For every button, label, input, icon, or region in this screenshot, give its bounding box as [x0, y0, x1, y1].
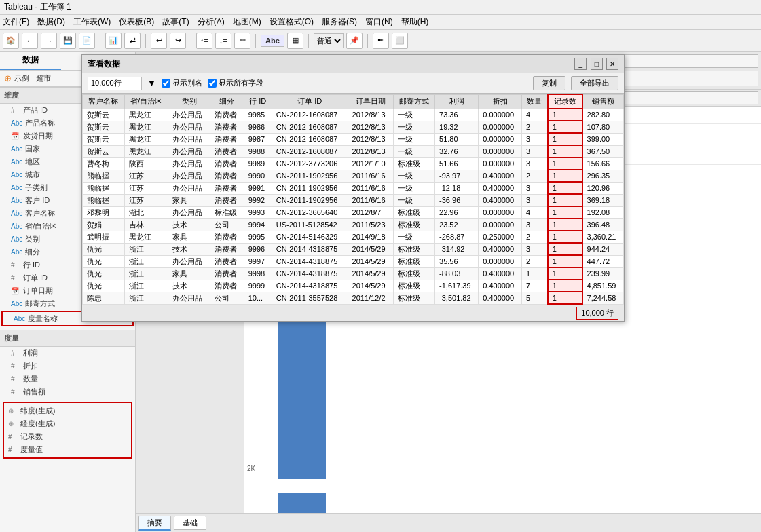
- hash-icon3: #: [11, 274, 20, 282]
- sort-asc-button[interactable]: ↑=: [196, 33, 212, 49]
- bottom-tabs: 摘要 基础: [136, 513, 761, 532]
- abc-icon7: Abc: [11, 210, 22, 217]
- menu-window[interactable]: 窗口(N): [365, 16, 393, 28]
- maximize-button[interactable]: □: [591, 58, 603, 70]
- show-alias-checkbox[interactable]: [162, 79, 170, 88]
- abc-button[interactable]: Abc: [261, 35, 284, 47]
- menu-format[interactable]: 设置格式(O): [270, 16, 314, 28]
- table-row: 熊临握江苏家具消费者9992CN-2011-19029562011/6/16一级…: [83, 194, 624, 206]
- home-button[interactable]: 🏠: [3, 33, 19, 49]
- divider: [0, 328, 135, 328]
- table-cell: 浙江: [124, 267, 168, 280]
- table-cell: 消费者: [210, 121, 244, 133]
- field-quantity[interactable]: # 数量: [0, 373, 135, 385]
- dv-title: 查看数据: [88, 58, 120, 70]
- field-discount[interactable]: # 折扣: [0, 360, 135, 373]
- field-longitude[interactable]: ⊕ 经度(生成): [5, 417, 130, 430]
- undo-button[interactable]: ↩: [151, 33, 167, 49]
- hash-icon9: #: [8, 446, 18, 453]
- copy-button[interactable]: 复制: [533, 76, 565, 90]
- menu-server[interactable]: 服务器(S): [322, 16, 357, 28]
- rows-dropdown-btn[interactable]: ▼: [147, 78, 156, 88]
- save-button[interactable]: 💾: [60, 33, 76, 49]
- table-cell: 一级: [393, 121, 435, 133]
- hash-icon5: #: [11, 362, 20, 370]
- field-latitude[interactable]: ⊕ 纬度(生成): [5, 404, 130, 417]
- new-datasource-button[interactable]: 📄: [79, 33, 95, 49]
- redo-button[interactable]: ↪: [170, 33, 186, 49]
- table-cell: 消费者: [210, 267, 244, 280]
- pin-button[interactable]: 📌: [346, 33, 363, 49]
- table-cell: 35.56: [435, 255, 479, 267]
- menu-worksheet[interactable]: 工作表(W): [73, 16, 111, 28]
- rows-input[interactable]: [88, 77, 142, 90]
- menu-analysis[interactable]: 分析(A): [198, 16, 225, 28]
- menu-bar: 文件(F) 数据(D) 工作表(W) 仪表板(B) 故事(T) 分析(A) 地图…: [0, 15, 761, 30]
- abc-icon9: Abc: [11, 235, 22, 243]
- table-cell: 1: [548, 218, 582, 231]
- table-cell: 0.000000: [479, 206, 522, 218]
- table-cell: -314.92: [435, 243, 479, 255]
- table-cell: 2012/8/13: [348, 145, 393, 157]
- abc-icon12: Abc: [14, 315, 25, 322]
- menu-data[interactable]: 数据(D): [37, 16, 65, 28]
- export-button[interactable]: 全部导出: [571, 76, 618, 90]
- field-measure-values[interactable]: # 度量值: [5, 443, 130, 456]
- menu-story[interactable]: 故事(T): [162, 16, 189, 28]
- dv-table-container[interactable]: 客户名称 省/自治区 类别 细分 行 ID 订单 ID 订单日期 邮寄方式 利润…: [82, 94, 624, 305]
- menu-dashboard[interactable]: 仪表板(B): [119, 16, 154, 28]
- table-cell: 1: [548, 157, 582, 170]
- table-cell: 1: [548, 145, 582, 157]
- table-cell: 1: [548, 182, 582, 194]
- view-select[interactable]: 普通: [314, 33, 344, 48]
- table-cell: 1: [548, 206, 582, 218]
- table-cell: 一级: [393, 109, 435, 121]
- table-cell: 标准级: [210, 206, 244, 218]
- table-cell: 944.24: [582, 243, 624, 255]
- sort-desc-button[interactable]: ↓=: [215, 33, 231, 49]
- field-sales[interactable]: # 销售额: [0, 385, 135, 398]
- close-button[interactable]: ✕: [606, 58, 618, 70]
- chart-button[interactable]: 📊: [105, 33, 122, 49]
- abc-icon6: Abc: [11, 197, 22, 204]
- table-cell: 2: [521, 231, 547, 243]
- menu-file[interactable]: 文件(F): [3, 16, 29, 28]
- table-cell: CN-2012-3665640: [272, 206, 348, 218]
- forward-button[interactable]: →: [41, 33, 57, 49]
- datasource-name[interactable]: 示例 - 超市: [14, 73, 51, 83]
- table-row: 贺斯云黑龙江办公用品消费者9985CN-2012-16080872012/8/1…: [83, 109, 624, 121]
- table-cell: 1: [548, 170, 582, 182]
- tab-summary[interactable]: 摘要: [138, 516, 171, 531]
- table-cell: 0.000000: [479, 218, 522, 231]
- menu-map[interactable]: 地图(M): [233, 16, 261, 28]
- edit-button[interactable]: ✏: [234, 33, 250, 49]
- table-row: 曹冬梅陕西办公用品消费者9989CN-2012-37732062012/1/10…: [83, 157, 624, 170]
- minimize-button[interactable]: _: [574, 58, 587, 70]
- field-profit[interactable]: # 利润: [0, 347, 135, 360]
- tab-base[interactable]: 基础: [174, 516, 206, 530]
- table-cell: 浙江: [124, 292, 168, 304]
- frame-button[interactable]: ⬜: [392, 33, 408, 49]
- table-cell: 0.400000: [479, 194, 522, 206]
- bar-chart-button[interactable]: ▦: [287, 33, 303, 49]
- table-cell: 黑龙江: [124, 121, 168, 133]
- show-alias-check[interactable]: 显示别名: [162, 78, 202, 88]
- draw-button[interactable]: ✒: [373, 33, 389, 49]
- swap-button[interactable]: ⇄: [124, 33, 141, 49]
- abc-icon8: Abc: [11, 223, 22, 230]
- table-cell: 3: [521, 145, 547, 157]
- show-all-fields-check[interactable]: 显示所有字段: [208, 78, 263, 88]
- table-row: 贺斯云黑龙江办公用品消费者9987CN-2012-16080872012/8/1…: [83, 133, 624, 145]
- table-cell: 一级: [393, 194, 435, 206]
- tab-data[interactable]: 数据: [0, 52, 61, 70]
- table-cell: -36.96: [435, 194, 479, 206]
- show-all-fields-checkbox[interactable]: [208, 79, 217, 88]
- field-record-count[interactable]: # 记录数: [5, 430, 130, 443]
- table-cell: 浙江: [124, 243, 168, 255]
- table-row: 仇光浙江办公用品消费者9997CN-2014-43188752014/5/29标…: [83, 255, 624, 267]
- col-quantity: 数量: [521, 94, 547, 109]
- back-button[interactable]: ←: [22, 33, 38, 49]
- menu-help[interactable]: 帮助(H): [401, 16, 429, 28]
- hash-icon6: #: [11, 375, 20, 383]
- toolbar: 🏠 ← → 💾 📄 📊 ⇄ ↩ ↪ ↑= ↓= ✏ Abc ▦ 普通 📌 ✒ ⬜: [0, 30, 761, 52]
